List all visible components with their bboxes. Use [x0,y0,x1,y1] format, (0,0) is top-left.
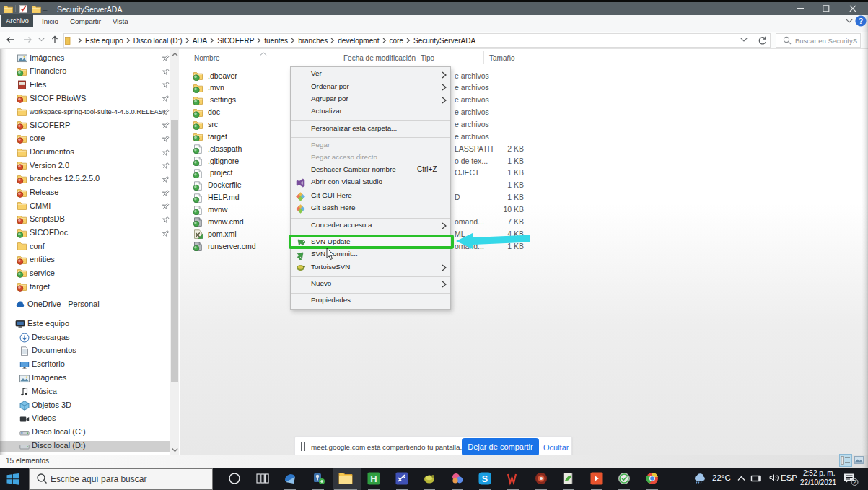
svg-text:H: H [370,473,377,484]
svg-text:S: S [482,474,488,484]
svg-text:?: ? [859,17,863,25]
svg-text:2: 2 [853,478,856,486]
